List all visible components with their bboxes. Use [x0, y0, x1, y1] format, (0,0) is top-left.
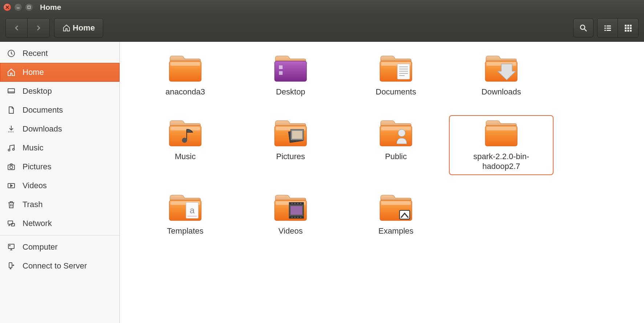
folder-label: Pictures [276, 152, 305, 162]
svg-point-1 [580, 25, 585, 29]
folder-label: Music [175, 152, 195, 162]
window-minimize-button[interactable] [15, 4, 22, 11]
sidebar-item-label: Pictures [23, 162, 51, 171]
sidebar-item-home[interactable]: Home [0, 63, 120, 82]
folder-icon-box [378, 119, 414, 148]
window-maximize-button[interactable] [25, 4, 33, 11]
folder-icon-box [272, 119, 309, 148]
svg-point-20 [13, 149, 15, 150]
svg-rect-60 [289, 216, 304, 218]
folder-label: Templates [167, 226, 203, 236]
folder-item[interactable]: Music [134, 117, 236, 174]
breadcrumb-home-button[interactable]: Home [54, 19, 103, 37]
folder-icon: a [168, 194, 203, 222]
svg-rect-6 [604, 30, 606, 31]
sidebar-item-network[interactable]: Network [0, 214, 120, 233]
folder-label: Downloads [482, 87, 521, 97]
svg-rect-16 [630, 30, 632, 32]
view-grid-button[interactable] [618, 19, 638, 37]
folder-item[interactable]: a Templates [134, 191, 236, 238]
window-close-button[interactable] [4, 4, 11, 11]
folder-icon [168, 119, 203, 148]
folder-item[interactable]: Downloads [450, 52, 552, 99]
sidebar-item-connect[interactable]: Connect to Server [0, 257, 120, 275]
view-toggle [597, 18, 639, 38]
maximize-icon [27, 5, 31, 9]
folder-label: Desktop [276, 87, 305, 97]
folder-item[interactable]: spark-2.2.0-bin-hadoop2.7 [450, 117, 552, 174]
sidebar-item-pictures[interactable]: Pictures [0, 157, 120, 176]
folder-grid: anaconda3 Desktop Documents Downloads Mu… [134, 52, 629, 238]
svg-rect-33 [279, 71, 283, 75]
svg-rect-14 [625, 30, 627, 32]
folder-label: Public [385, 152, 407, 162]
folder-item[interactable]: Pictures [240, 117, 341, 174]
folder-label: anaconda3 [166, 87, 205, 97]
svg-rect-28 [9, 263, 12, 268]
folder-item[interactable]: anaconda3 [134, 52, 236, 99]
sidebar-item-label: Desktop [23, 86, 52, 96]
svg-rect-48 [381, 127, 411, 130]
nav-buttons [5, 18, 50, 38]
sidebar-item-trash[interactable]: Trash [0, 195, 120, 214]
nav-forward-button[interactable] [28, 19, 49, 37]
sidebar-item-documents[interactable]: Documents [0, 101, 120, 120]
home-icon [7, 68, 16, 77]
chevron-right-icon [35, 25, 42, 31]
svg-rect-36 [397, 64, 410, 79]
folder-icon [378, 119, 413, 148]
toolbar: Home [0, 15, 644, 42]
svg-point-62 [292, 203, 293, 204]
folder-item[interactable]: Public [345, 117, 447, 174]
svg-rect-0 [28, 6, 31, 9]
minimize-icon [16, 5, 20, 9]
svg-rect-46 [292, 131, 302, 139]
svg-point-63 [295, 203, 296, 204]
folder-item[interactable]: Documents [345, 52, 447, 99]
sidebar-item-videos[interactable]: Videos [0, 176, 120, 195]
sidebar-item-recent[interactable]: Recent [0, 44, 120, 63]
svg-point-68 [297, 217, 299, 218]
sidebar-item-label: Videos [23, 181, 47, 190]
breadcrumb-label: Home [73, 23, 95, 33]
trash-icon [7, 200, 16, 209]
search-button[interactable] [573, 19, 594, 37]
folder-icon-box: a [167, 193, 203, 222]
svg-point-27 [9, 245, 10, 246]
window-title: Home [40, 3, 61, 12]
svg-rect-12 [627, 27, 629, 29]
folder-icon [484, 54, 519, 83]
network-icon [7, 219, 16, 228]
svg-rect-5 [607, 28, 611, 29]
svg-point-65 [300, 203, 301, 204]
svg-rect-3 [607, 25, 611, 27]
titlebar: Home [0, 0, 644, 15]
clock-icon [7, 49, 16, 58]
sidebar-item-desktop[interactable]: Desktop [0, 82, 120, 101]
folder-icon [484, 119, 519, 148]
desktop-folder-icon [273, 54, 308, 83]
sidebar-item-music[interactable]: Music [0, 138, 120, 157]
folder-icon [378, 54, 413, 83]
sidebar-item-downloads[interactable]: Downloads [0, 120, 120, 138]
svg-rect-71 [381, 201, 411, 205]
sidebar-item-computer[interactable]: Computer [0, 238, 120, 257]
svg-point-66 [292, 217, 293, 218]
folder-item[interactable]: Videos [240, 191, 341, 238]
close-icon [5, 5, 9, 9]
svg-rect-13 [630, 27, 632, 29]
svg-rect-32 [279, 65, 283, 69]
svg-point-64 [297, 203, 299, 204]
svg-rect-4 [604, 28, 606, 29]
document-icon [7, 105, 16, 115]
folder-item[interactable]: Desktop [240, 52, 341, 99]
nav-back-button[interactable] [6, 19, 28, 37]
folder-item[interactable]: Examples [345, 191, 447, 238]
sidebar-item-label: Documents [23, 105, 63, 115]
sidebar-item-label: Recent [23, 49, 48, 58]
svg-point-22 [10, 166, 13, 169]
folder-icon [168, 54, 203, 83]
search-icon [579, 24, 588, 32]
svg-rect-61 [291, 206, 302, 215]
view-list-button[interactable] [598, 19, 618, 37]
